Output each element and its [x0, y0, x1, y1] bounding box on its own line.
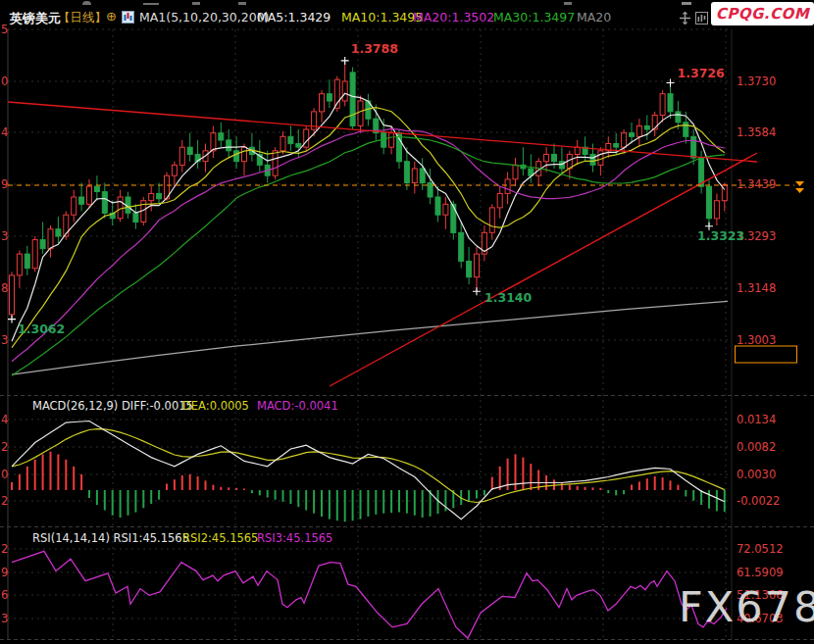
- last-price-box: [736, 346, 797, 363]
- trading-app: 1.37301.35841.34391.32931.31481.30035049…: [0, 0, 814, 644]
- chart-canvas[interactable]: 1.37301.35841.34391.32931.31481.30035049…: [0, 0, 814, 644]
- gridlines: [8, 29, 732, 639]
- axis-label: 3: [1, 612, 8, 625]
- price-annotation: 1.3323: [697, 228, 744, 243]
- axis-label: 5: [1, 23, 8, 36]
- ma5-value: MA5:1.3429: [257, 10, 331, 25]
- candles: [10, 61, 728, 320]
- ma-config-label: MA1(5,10,20,30,200): [139, 10, 269, 25]
- axis-label: 3: [1, 229, 8, 243]
- axis-label: 1.3148: [737, 281, 776, 295]
- axis-label: 4: [1, 413, 8, 426]
- axis-label: 6: [1, 588, 8, 602]
- axis-label: 8: [1, 281, 8, 295]
- axis-label: 3: [1, 333, 8, 347]
- extreme-cross-marker: [667, 79, 675, 87]
- axis-label: 2: [1, 440, 8, 454]
- ma20-value: MA20:1.3502: [413, 10, 494, 25]
- fx678-watermark: FX678: [679, 582, 814, 631]
- axis-label: 2: [1, 542, 8, 556]
- ma20-line: [12, 128, 725, 361]
- price-line-marker-icon[interactable]: [795, 181, 804, 193]
- macd-params-diff: MACD(26,12,9) DIFF:-0.0015: [32, 399, 193, 413]
- axis-label: 1.3439: [737, 177, 776, 191]
- axis-label: 61.5909: [737, 566, 784, 579]
- axis-label: 1.3003: [737, 333, 776, 347]
- ma30-value: MA30:1.3497: [493, 10, 575, 25]
- axis-label: 2: [1, 494, 8, 508]
- price-annotation: 1.3062: [18, 322, 65, 336]
- cpqg-logo-badge[interactable]: CPQG.COM: [711, 2, 814, 25]
- price-annotation: 1.3726: [678, 66, 726, 80]
- axis-label: 0: [1, 74, 8, 88]
- rsi3-value: RSI3:45.1565: [257, 531, 332, 545]
- axis-label: 4: [1, 125, 8, 139]
- extreme-cross-marker: [8, 316, 16, 323]
- macd-macd-value: MACD:-0.0041: [257, 399, 338, 413]
- macd-dea-value: DEA:0.0005: [182, 399, 249, 413]
- axis-label: 9: [1, 177, 8, 191]
- cpqg-logo-text: CPQG.COM: [716, 5, 809, 23]
- pan-icon[interactable]: [679, 12, 691, 25]
- axis-label: 9: [1, 566, 8, 579]
- indicator-window-icon[interactable]: [695, 12, 708, 25]
- axis-label: 1.3730: [737, 74, 776, 88]
- price-annotation: 1.3140: [484, 290, 533, 305]
- price-annotation: 1.3788: [351, 41, 398, 56]
- extreme-cross-marker: [341, 57, 349, 65]
- rsi-params-rsi1: RSI(14,14,14) RSI1:45.1565: [32, 531, 189, 545]
- axis-label: 0.0134: [737, 413, 776, 426]
- macd-histogram: [12, 452, 725, 522]
- target-icon[interactable]: ⊕: [106, 9, 117, 24]
- axis-label: 0.0082: [737, 440, 776, 454]
- axis-label: 0.0030: [737, 468, 776, 481]
- symbol-name[interactable]: 英镑美元: [10, 10, 61, 27]
- ma10-value: MA10:1.3495: [341, 10, 423, 25]
- axis-label: 72.0512: [737, 542, 784, 556]
- rsi2-value: RSI2:45.1565: [182, 531, 258, 545]
- trendline-ascending[interactable]: [330, 153, 757, 386]
- axis-label: -0.0022: [737, 494, 780, 508]
- ma200-value: MA20: [577, 10, 611, 25]
- rsi-line: [12, 551, 727, 638]
- period-selector[interactable]: 【日线】: [58, 10, 107, 26]
- axis-label: 1.3584: [737, 125, 776, 139]
- chart-type-icon[interactable]: [122, 11, 134, 24]
- axis-label: 0: [1, 468, 8, 481]
